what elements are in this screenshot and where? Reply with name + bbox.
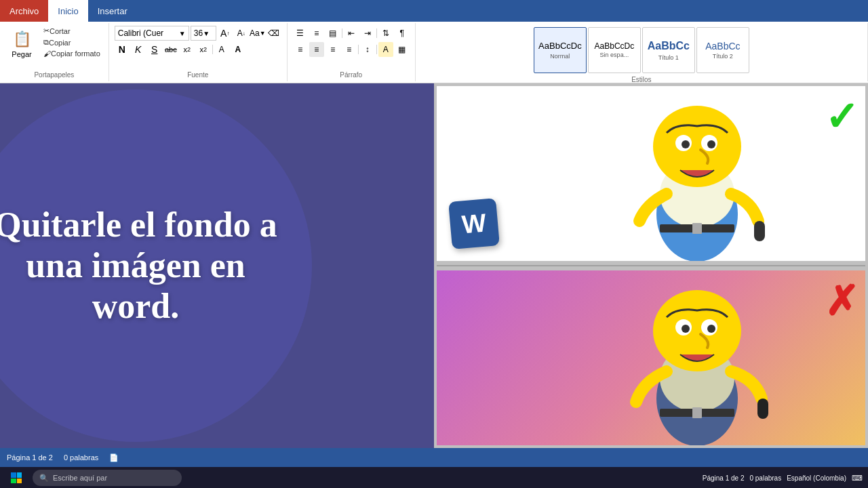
style-sinespacio-preview: AaBbCcDc (595, 42, 635, 50)
doc-icon: 📄 (109, 453, 119, 462)
style-titulo1-label: Título 1 (658, 54, 679, 61)
font-name-dropdown-icon[interactable]: ▼ (179, 30, 186, 37)
style-normal-label: Normal (550, 53, 570, 60)
svg-rect-7 (754, 221, 765, 241)
group-estilos: AaBbCcDc Normal AaBbCcDc Sin espa... AaB… (416, 23, 868, 81)
format-copy-button[interactable]: 🖌 Copiar formato (41, 49, 103, 58)
ribbon-content: 📋 Pegar ✂ Cortar ⧉ Copiar 🖌 Copiar forma (0, 22, 868, 83)
taskbar-page-indicator: Página 1 de 2 (703, 474, 745, 482)
cut-button[interactable]: ✂ Cortar (41, 26, 103, 36)
proofing-icon[interactable]: 📄 (109, 453, 119, 462)
keyboard-icon: ⌨ (852, 474, 863, 483)
increase-indent-button[interactable]: ⇥ (360, 26, 375, 41)
group-fuente: Calibri (Cuer ▼ 36 ▼ A ↑ A ↓ (109, 23, 288, 81)
status-bar: Página 1 de 2 0 palabras 📄 (0, 448, 868, 467)
word-logo: W (448, 198, 500, 249)
shading-button[interactable]: A (378, 42, 393, 57)
font-size-selector[interactable]: 36 ▼ (191, 26, 216, 41)
superscript-button[interactable]: x2 (196, 42, 211, 57)
decrease-indent-button[interactable]: ⇤ (344, 26, 359, 41)
bullets-button[interactable]: ☰ (293, 26, 308, 41)
fuente-label: Fuente (187, 70, 208, 79)
shrink-font-button[interactable]: A ↓ (234, 26, 249, 41)
styles-list: AaBbCcDc Normal AaBbCcDc Sin espa... AaB… (532, 26, 751, 75)
underline-button[interactable]: S (147, 42, 162, 57)
tab-inicio[interactable]: Inicio (48, 0, 87, 22)
document-area: W ✓ (434, 83, 868, 448)
parrafo-label: Párrafo (340, 70, 362, 79)
image-top: W ✓ (437, 86, 865, 261)
align-left-button[interactable]: ≡ (293, 42, 308, 57)
taskbar-right: Página 1 de 2 0 palabras Español (Colomb… (703, 474, 863, 483)
circle-overlay: Quitarle el fondo a una imágen en word. (0, 89, 312, 442)
italic-button[interactable]: K (131, 42, 146, 57)
portapapeles-label: Portapapeles (34, 70, 74, 79)
start-button[interactable] (3, 468, 30, 487)
estilos-label: Estilos (631, 75, 651, 83)
tab-insertar[interactable]: Insertar (88, 0, 137, 22)
style-titulo2[interactable]: AaBbCc Título 2 (696, 27, 749, 73)
windows-logo (11, 472, 22, 483)
style-titulo1[interactable]: AaBbCc Título 1 (642, 27, 695, 73)
bold-button[interactable]: N (115, 42, 130, 57)
line-spacing-button[interactable]: ↕ (360, 42, 375, 57)
search-placeholder: Escribe aquí par (53, 474, 107, 482)
strikethrough-button[interactable]: abc (163, 42, 178, 57)
multilevel-button[interactable]: ▤ (326, 26, 340, 41)
border-button[interactable]: ▦ (395, 42, 410, 57)
page-status: Página 1 de 2 (7, 453, 53, 462)
words-status: 0 palabras (64, 453, 98, 462)
check-mark: ✓ (825, 93, 859, 140)
group-portapapeles: 📋 Pegar ✂ Cortar ⧉ Copiar 🖌 Copiar forma (0, 23, 109, 81)
svg-rect-9 (692, 223, 702, 234)
doc-page-top: W ✓ (437, 86, 865, 261)
x-mark: ✗ (825, 277, 859, 325)
clear-format-button[interactable]: ⌫ (267, 26, 281, 41)
change-case-button[interactable]: Aa ▼ (250, 26, 265, 41)
svg-point-16 (707, 325, 715, 333)
taskbar-search[interactable]: 🔍 Escribe aquí par (33, 470, 182, 486)
taskbar-language: Español (Colombia) (787, 474, 846, 482)
thumbnail-text: Quitarle el fondo a una imágen en word. (0, 178, 312, 353)
style-titulo2-preview: AaBbCc (705, 41, 740, 52)
numbering-button[interactable]: ≡ (309, 26, 324, 41)
clipboard-actions: ✂ Cortar ⧉ Copiar 🖌 Copiar formato (41, 26, 103, 58)
thumbnail-panel: Quitarle el fondo a una imágen en word. (0, 83, 434, 448)
font-color-button[interactable]: A (231, 42, 245, 57)
subscript-button[interactable]: x2 (180, 42, 195, 57)
grow-font-icon: A (220, 28, 226, 39)
group-parrafo: ☰ ≡ ▤ ⇤ ⇥ ⇅ ¶ ≡ ≡ ≡ ≡ ↕ (288, 23, 416, 81)
homer-bottom-svg (582, 270, 812, 445)
text-highlight-button[interactable]: A (214, 42, 229, 57)
show-hide-button[interactable]: ¶ (395, 26, 410, 41)
paste-button[interactable]: 📋 Pegar (5, 26, 38, 61)
align-center-button[interactable]: ≡ (309, 42, 324, 57)
align-right-button[interactable]: ≡ (326, 42, 340, 57)
shrink-font-icon: A (237, 28, 243, 38)
taskbar: 🔍 Escribe aquí par Página 1 de 2 0 palab… (0, 467, 868, 488)
doc-divider (437, 265, 865, 266)
svg-rect-17 (757, 399, 768, 419)
font-size-dropdown-icon[interactable]: ▼ (203, 30, 210, 37)
copy-button[interactable]: ⧉ Copiar (41, 37, 103, 47)
sort-button[interactable]: ⇅ (378, 26, 393, 41)
doc-page-bottom: ✗ (437, 270, 865, 445)
image-bottom: ✗ (437, 270, 865, 445)
svg-point-5 (682, 140, 690, 148)
grow-font-button[interactable]: A ↑ (218, 26, 233, 41)
style-normal[interactable]: AaBbCcDc Normal (534, 27, 587, 73)
tab-archivo[interactable]: Archivo (0, 0, 48, 22)
paste-icon: 📋 (11, 28, 33, 50)
style-sinespacio-label: Sin espa... (600, 52, 629, 58)
font-name-selector[interactable]: Calibri (Cuer ▼ (115, 26, 189, 41)
page-label: Página 1 de 2 (7, 453, 53, 462)
style-sinespacio[interactable]: AaBbCcDc Sin espa... (588, 27, 641, 73)
main-area: Quitarle el fondo a una imágen en word. (0, 83, 868, 448)
scissors-icon: ✂ (43, 26, 50, 35)
style-normal-preview: AaBbCcDc (538, 41, 582, 52)
taskbar-words: 0 palabras (749, 474, 781, 482)
paintbrush-icon: 🖌 (43, 49, 51, 58)
ribbon: Archivo Inicio Insertar 📋 Pegar ✂ Cortar… (0, 0, 868, 83)
justify-button[interactable]: ≡ (342, 42, 357, 57)
style-titulo1-preview: AaBbCc (648, 39, 690, 52)
